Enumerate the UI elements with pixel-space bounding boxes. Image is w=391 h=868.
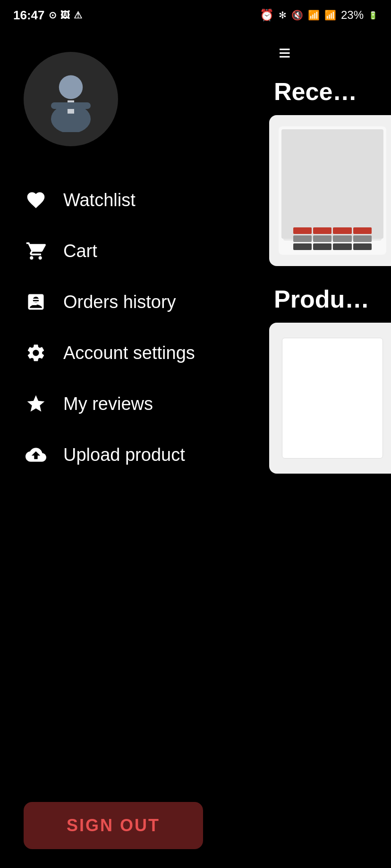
- cart-icon: [24, 239, 48, 263]
- sidebar-item-settings[interactable]: Account settings: [24, 327, 264, 378]
- products-section: Produ…: [264, 285, 391, 474]
- time-display: 16:47: [13, 8, 45, 23]
- recent-product-card[interactable]: [269, 115, 391, 266]
- sidebar-drawer: Watchlist Cart: [0, 28, 264, 868]
- sidebar-item-watchlist[interactable]: Watchlist: [24, 175, 264, 225]
- orders-icon: [24, 290, 48, 314]
- product-image: [269, 115, 391, 266]
- avatar-section: [0, 42, 264, 175]
- watchlist-label: Watchlist: [63, 190, 136, 210]
- right-panel: ≡ Rece…: [264, 28, 391, 868]
- sidebar-item-cart[interactable]: Cart: [24, 225, 264, 276]
- hamburger-icon[interactable]: ≡: [279, 42, 291, 63]
- svg-point-0: [59, 75, 83, 99]
- sidebar-item-orders[interactable]: Orders history: [24, 276, 264, 327]
- status-left: 16:47 ⊙ 🖼 ⚠: [13, 8, 82, 23]
- products-title: Produ…: [264, 285, 391, 323]
- status-bar: 16:47 ⊙ 🖼 ⚠ ⏰ ✻ 🔇 📶 📶 23% 🔋: [0, 0, 391, 28]
- product-card-2[interactable]: [269, 323, 391, 474]
- hamburger-row: ≡: [264, 33, 391, 77]
- svg-rect-4: [51, 102, 91, 109]
- heart-icon: [24, 188, 48, 212]
- status-right: ⏰ ✻ 🔇 📶 📶 23% 🔋: [260, 8, 378, 22]
- mute-icon: 🔇: [291, 9, 303, 21]
- battery-icon: 🔋: [368, 11, 378, 20]
- avatar[interactable]: [24, 52, 118, 146]
- bluetooth-icon: ✻: [279, 9, 287, 21]
- signal-icon: 📶: [324, 9, 336, 21]
- signout-button[interactable]: SIGN OUT: [24, 802, 203, 849]
- settings-label: Account settings: [63, 343, 195, 363]
- warning-icon: ⚠: [74, 9, 82, 21]
- avatar-person-icon: [38, 66, 104, 132]
- recent-title: Rece…: [264, 77, 391, 115]
- main-layout: Watchlist Cart: [0, 28, 391, 868]
- alarm-icon: ⏰: [260, 8, 274, 22]
- gear-icon: [24, 341, 48, 365]
- image-icon: 🖼: [60, 10, 70, 21]
- reviews-label: My reviews: [63, 394, 153, 414]
- wifi-icon: 📶: [308, 9, 320, 21]
- product-image-2: [269, 323, 391, 474]
- upload-label: Upload product: [63, 445, 185, 465]
- orders-label: Orders history: [63, 292, 176, 312]
- upload-icon: [24, 442, 48, 467]
- menu-list: Watchlist Cart: [0, 175, 264, 788]
- nav-icon: ⊙: [49, 9, 57, 21]
- cart-label: Cart: [63, 241, 97, 261]
- sidebar-item-reviews[interactable]: My reviews: [24, 378, 264, 429]
- recent-section: Rece…: [264, 77, 391, 266]
- star-icon: [24, 392, 48, 416]
- signout-section: SIGN OUT: [0, 788, 264, 849]
- sidebar-item-upload[interactable]: Upload product: [24, 429, 264, 480]
- battery-label: 23%: [341, 8, 364, 22]
